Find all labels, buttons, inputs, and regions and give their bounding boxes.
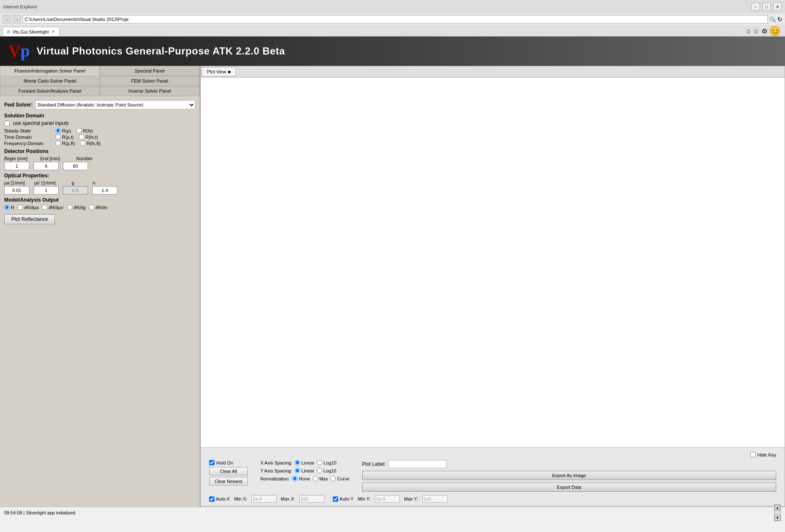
output-drg[interactable]: ∂R/∂g — [67, 205, 85, 210]
optical-headers: μa [1/mm] μs' [1/mm] g n — [4, 180, 195, 185]
settings-icon[interactable]: ⚙ — [762, 27, 767, 35]
output-drmua[interactable]: ∂R/∂μa — [18, 205, 39, 210]
bottom-controls: Hide Key Hold On Clear All Clear Newest — [201, 447, 785, 506]
clear-newest-button[interactable]: Clear Newest — [209, 477, 248, 485]
mua-input[interactable] — [4, 186, 29, 195]
x-log10-label[interactable]: Log10 — [317, 460, 337, 465]
y-log10-text: Log10 — [324, 468, 337, 473]
auto-y-text: Auto-Y — [339, 496, 354, 501]
hold-on-label-row[interactable]: Hold On — [209, 460, 248, 465]
steady-state-rho[interactable]: R(ρ) — [55, 128, 71, 133]
plot-label-input[interactable] — [388, 460, 447, 468]
window-title: Internet Explorer — [3, 4, 37, 9]
plot-view-tab[interactable]: Plot View ■ — [202, 67, 236, 76]
max-y-input[interactable] — [422, 495, 448, 503]
norm-none[interactable]: None — [292, 476, 310, 481]
min-x-input[interactable] — [251, 495, 277, 503]
end-input[interactable] — [34, 162, 59, 170]
export-data-button[interactable]: Export Data — [362, 483, 776, 492]
domain-rows: Steady-State R(ρ) R(fx) Time-Domain — [4, 128, 195, 146]
hide-key-label[interactable]: Hide Key — [750, 452, 776, 457]
x-linear-text: Linear — [301, 460, 314, 465]
g-input[interactable] — [63, 186, 88, 195]
tab-bar: e Vts.Gui.Silverlight ✕ ⌂ ☆ ⚙ 😊 — [0, 25, 785, 36]
y-axis-label: Y Axis Spacing: — [260, 468, 292, 473]
plot-reflectance-button[interactable]: Plot Reflectance — [4, 214, 55, 224]
hide-key-text: Hide Key — [757, 452, 776, 457]
tab-forward[interactable]: Forward Solver/Analysis Panel — [0, 86, 100, 96]
steady-state-options: R(ρ) R(fx) — [55, 128, 195, 133]
scroll-down-button[interactable]: ▼ — [775, 515, 780, 521]
minimize-button[interactable]: − — [751, 3, 760, 11]
panel-tabs-row3: Forward Solver/Analysis Panel Inverse So… — [0, 86, 199, 96]
tab-monte-carlo[interactable]: Monte Carlo Solver Panel — [0, 76, 100, 86]
hold-on-text: Hold On — [216, 460, 233, 465]
auto-y-checkbox[interactable] — [333, 496, 338, 502]
mua-label: μa [1/mm] — [4, 180, 30, 185]
close-button[interactable]: ✕ — [773, 3, 782, 11]
panel-body: Fwd Solver: Standard Diffusion (Analytic… — [0, 96, 199, 506]
maximize-button[interactable]: □ — [762, 3, 771, 11]
scroll-up-button[interactable]: ▲ — [775, 505, 780, 511]
mus-input[interactable] — [34, 186, 59, 195]
norm-max[interactable]: Max — [313, 476, 328, 481]
address-bar: ← → 🔍 ↻ — [0, 13, 785, 25]
tab-inverse[interactable]: Inverse Solver Panel — [100, 86, 199, 96]
home-icon[interactable]: ⌂ — [746, 27, 751, 35]
tab-fem[interactable]: FEM Solver Panel — [100, 76, 199, 86]
fwd-solver-select[interactable]: Standard Diffusion (Analytic: Isotropic … — [35, 100, 195, 109]
optical-props-label: Optical Properties: — [4, 173, 195, 179]
x-axis-label: X Axis Spacing: — [260, 460, 292, 465]
hide-key-checkbox[interactable] — [750, 452, 756, 457]
logo-p: p — [21, 42, 30, 60]
auto-x-checkbox[interactable] — [209, 496, 215, 502]
tab-spectral[interactable]: Spectral Panel — [100, 66, 199, 76]
panel-tabs-row1: Fluence/Interrogation Solver Panel Spect… — [0, 66, 199, 76]
tab-fluence[interactable]: Fluence/Interrogation Solver Panel — [0, 66, 100, 76]
norm-curve-text: Curve — [337, 476, 349, 481]
max-y-label: Max Y: — [404, 496, 418, 501]
time-fx-t[interactable]: R(fx,t) — [79, 134, 98, 140]
x-log10-text: Log10 — [324, 460, 337, 465]
max-x-input[interactable] — [299, 495, 324, 503]
max-x-label: Max X: — [281, 496, 295, 501]
controls-buttons: Hold On Clear All Clear Newest — [209, 460, 248, 485]
address-input[interactable] — [23, 15, 768, 23]
favorites-icon[interactable]: ☆ — [753, 27, 759, 35]
hold-on-checkbox[interactable] — [209, 460, 215, 465]
number-input[interactable] — [63, 162, 88, 170]
min-y-input[interactable] — [375, 495, 400, 503]
y-linear-text: Linear — [301, 468, 314, 473]
freq-rho-ft[interactable]: R(ρ,ft) — [55, 140, 75, 146]
n-input[interactable] — [92, 186, 117, 195]
auto-x-label[interactable]: Auto-X — [209, 496, 230, 502]
controls-axis: X Axis Spacing: Linear Log10 Y Axi — [260, 460, 350, 481]
y-log10-label[interactable]: Log10 — [317, 468, 337, 473]
plot-tab-label: Plot View — [207, 69, 226, 74]
steady-state-fx[interactable]: R(fx) — [76, 128, 93, 133]
use-spectral-checkbox[interactable] — [4, 121, 10, 126]
clear-all-button[interactable]: Clear All — [209, 467, 248, 475]
n-label: n — [85, 180, 102, 185]
detector-inputs — [4, 162, 195, 170]
y-linear-label[interactable]: Linear — [295, 468, 314, 473]
begin-label: Begin [mm] — [4, 156, 34, 161]
tab-close-icon[interactable]: ✕ — [52, 29, 55, 34]
export-image-button[interactable]: Export As Image — [362, 471, 776, 480]
output-drn[interactable]: ∂R/∂n — [89, 205, 107, 210]
forward-button[interactable]: → — [13, 15, 21, 23]
browser-tab[interactable]: e Vts.Gui.Silverlight ✕ — [3, 27, 60, 36]
right-panel: Plot View ■ Hide Key — [200, 66, 785, 506]
panel-tabs-row2: Monte Carlo Solver Panel FEM Solver Pane… — [0, 76, 199, 86]
back-button[interactable]: ← — [3, 15, 11, 23]
auto-y-label[interactable]: Auto-Y — [333, 496, 354, 502]
refresh-icon[interactable]: ↻ — [777, 16, 782, 23]
time-rho-t[interactable]: R(ρ,t) — [55, 134, 74, 140]
min-y-label: Min Y: — [358, 496, 370, 501]
norm-curve[interactable]: Curve — [330, 476, 349, 481]
begin-input[interactable] — [4, 162, 29, 170]
x-linear-label[interactable]: Linear — [295, 460, 314, 465]
output-drmus[interactable]: ∂R/∂μs' — [42, 205, 64, 210]
freq-fx-ft[interactable]: R(fx,ft) — [80, 140, 101, 146]
output-r[interactable]: R — [4, 205, 14, 210]
